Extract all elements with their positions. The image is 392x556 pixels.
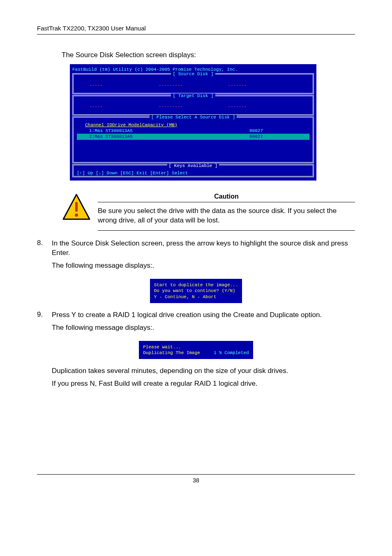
bios-keys-line: [↑] Up [↓] Down [ESC] Exit [Enter] Selec…	[77, 170, 309, 176]
bios-select-title: [ Please Select A Source Disk ]	[150, 115, 237, 120]
step-text: The following message displays:.	[52, 261, 355, 271]
bios-target-title: [ Target Disk ]	[171, 93, 215, 98]
bios-message-2: Please wait... Duplicating The Image 1 %…	[138, 340, 254, 360]
step-text: If you press N, Fast Build will create a…	[52, 379, 355, 389]
bios-source-title: [ Source Disk ]	[171, 72, 215, 76]
page-number: 38	[193, 477, 199, 484]
table-row: 1:Mas ST380013AS 80027	[77, 128, 309, 134]
step-9-cont: Duplication takes several minutes, depen…	[37, 366, 355, 392]
table-row-highlighted: 2:Mas ST380013AS 80027	[77, 134, 309, 139]
step-text: In the Source Disk Selection screen, pre…	[52, 239, 355, 258]
warning-icon	[62, 193, 91, 224]
step-text: The following message displays:.	[52, 323, 355, 333]
bios-message-1: Start to duplicate the image... Do you w…	[149, 278, 243, 304]
caution-title: Caution	[98, 193, 355, 200]
intro-text: The Source Disk Selection screen display…	[62, 51, 355, 59]
svg-rect-1	[75, 202, 78, 212]
footer-divider	[37, 474, 355, 475]
bios-table-header: Channel ID Drive Model Capacity (MB)	[77, 122, 309, 128]
bios-target-empty-row: ---------------------	[77, 100, 309, 113]
page-footer: 38	[37, 474, 355, 484]
step-text: Press Y to create a RAID 1 logical drive…	[52, 310, 355, 320]
bios-keys-title: [ Keys Available ]	[167, 163, 219, 168]
svg-point-2	[75, 213, 78, 217]
bios-source-box: [ Source Disk ] ---------------------	[72, 73, 314, 94]
bios-keys-box: [ Keys Available ] [↑] Up [↓] Down [ESC]…	[72, 164, 314, 178]
bios-source-empty-row: ---------------------	[77, 79, 309, 91]
step-number: 9.	[37, 310, 52, 336]
step-text: Duplication takes several minutes, depen…	[52, 366, 355, 376]
header-divider	[37, 34, 355, 35]
step-9: 9. Press Y to create a RAID 1 logical dr…	[37, 310, 355, 336]
bios-select-box: [ Please Select A Source Disk ] Channel …	[72, 116, 314, 163]
caution-divider-bottom	[98, 230, 355, 231]
caution-text: Be sure you select the drive with the da…	[98, 206, 355, 225]
page-header: FastTrak TX2200, TX2300 User Manual	[37, 25, 355, 32]
step-number: 8.	[37, 239, 52, 274]
bios-screenshot: FastBuild (tm) Utility (c) 2004-2005 Pro…	[70, 64, 316, 181]
bios-target-box: [ Target Disk ] ---------------------	[72, 95, 314, 116]
caution-divider-top	[98, 202, 355, 202]
step-8: 8. In the Source Disk Selection screen, …	[37, 239, 355, 274]
caution-callout: Caution Be sure you select the drive wit…	[62, 193, 355, 231]
